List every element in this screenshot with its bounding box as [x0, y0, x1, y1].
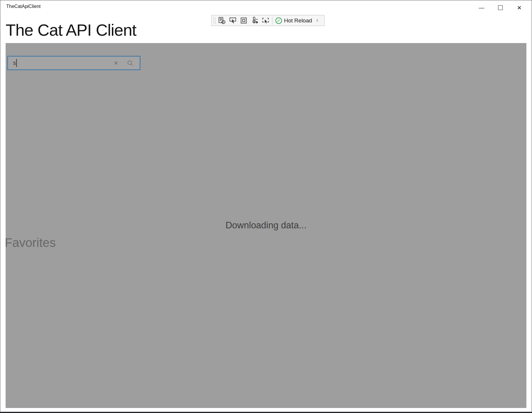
minimize-icon: — — [479, 4, 484, 11]
debug-toolbar: ✓ Hot Reload ‹ — [211, 15, 324, 26]
enable-selection-button[interactable] — [227, 16, 238, 25]
magnifier-icon — [126, 59, 134, 67]
live-visual-tree-button[interactable] — [216, 16, 227, 25]
layout-adorners-icon — [240, 17, 248, 24]
window-title: TheCatApiClient — [6, 4, 41, 9]
in-app-selection-icon — [262, 17, 270, 24]
layout-adorners-button[interactable] — [238, 16, 249, 25]
maximize-button[interactable] — [491, 1, 510, 14]
app-window: TheCatApiClient — ✕ — [0, 0, 532, 413]
in-app-selection-button[interactable] — [260, 16, 271, 25]
toolbar-collapse-button[interactable]: ‹ — [314, 17, 321, 25]
track-focus-icon — [251, 17, 259, 24]
maximize-icon — [498, 5, 503, 10]
track-focus-button[interactable] — [249, 16, 260, 25]
enable-selection-icon — [229, 17, 237, 24]
window-controls: — ✕ — [472, 0, 529, 15]
hot-reload-label: Hot Reload — [284, 17, 312, 24]
toolbar-grip-handle[interactable] — [213, 17, 216, 24]
clear-search-button[interactable]: ✕ — [110, 57, 122, 69]
status-text: Downloading data... — [6, 220, 526, 231]
green-check-circle-icon: ✓ — [275, 17, 282, 24]
live-visual-tree-icon — [218, 17, 226, 24]
search-input-value: s — [13, 60, 16, 66]
search-input[interactable]: s ✕ — [7, 56, 141, 70]
window-bottom-edge — [0, 412, 532, 413]
chevron-left-icon: ‹ — [316, 17, 318, 24]
text-caret — [16, 59, 17, 67]
close-icon: ✕ — [517, 4, 522, 11]
search-button[interactable] — [124, 57, 136, 69]
toolbar-separator — [272, 17, 272, 24]
page-title: The Cat API Client — [6, 20, 136, 40]
clear-icon: ✕ — [114, 60, 119, 67]
hot-reload-button[interactable]: ✓ Hot Reload — [274, 17, 314, 24]
busy-overlay: s ✕ Downloading data... Favorites — [6, 43, 526, 408]
minimize-button[interactable]: — — [472, 1, 491, 14]
close-button[interactable]: ✕ — [510, 1, 529, 14]
favorites-heading: Favorites — [5, 236, 56, 250]
